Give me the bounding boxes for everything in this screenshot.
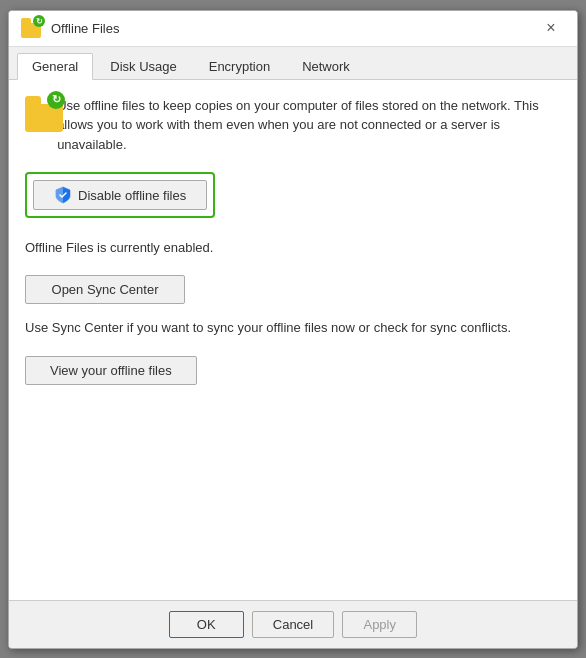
description-text: Use offline files to keep copies on your… <box>57 96 561 155</box>
apply-button[interactable]: Apply <box>342 611 417 638</box>
disable-button-highlight: Disable offline files <box>25 172 215 218</box>
open-sync-center-button[interactable]: Open Sync Center <box>25 275 185 304</box>
folder-tab <box>25 96 41 104</box>
tab-bar: General Disk Usage Encryption Network <box>9 47 577 80</box>
view-offline-files-button[interactable]: View your offline files <box>25 356 197 385</box>
tab-disk-usage[interactable]: Disk Usage <box>95 53 191 79</box>
status-text: Offline Files is currently enabled. <box>25 240 561 255</box>
tab-general[interactable]: General <box>17 53 93 80</box>
shield-icon <box>54 186 72 204</box>
tab-content-general: ↻ Use offline files to keep copies on yo… <box>9 80 577 600</box>
disable-offline-files-button[interactable]: Disable offline files <box>33 180 207 210</box>
window-icon: ↻ <box>21 18 43 38</box>
folder-sync-arrow: ↻ <box>47 91 65 109</box>
dialog-footer: OK Cancel Apply <box>9 600 577 648</box>
window-title: Offline Files <box>51 21 119 36</box>
cancel-button[interactable]: Cancel <box>252 611 334 638</box>
offline-files-window: ↻ Offline Files × General Disk Usage Enc… <box>8 10 578 649</box>
title-bar-left: ↻ Offline Files <box>21 18 119 38</box>
sync-button-wrap: Open Sync Center <box>25 275 561 304</box>
close-button[interactable]: × <box>537 14 565 42</box>
view-button-wrap: View your offline files <box>25 356 561 385</box>
tab-encryption[interactable]: Encryption <box>194 53 285 79</box>
title-bar: ↻ Offline Files × <box>9 11 577 47</box>
tab-network[interactable]: Network <box>287 53 365 79</box>
folder-arrow-shape: ↻ <box>33 15 45 27</box>
ok-button[interactable]: OK <box>169 611 244 638</box>
folder-icon: ↻ <box>25 96 45 132</box>
sync-description: Use Sync Center if you want to sync your… <box>25 318 561 338</box>
description-area: ↻ Use offline files to keep copies on yo… <box>25 96 561 155</box>
disable-button-label: Disable offline files <box>78 188 186 203</box>
